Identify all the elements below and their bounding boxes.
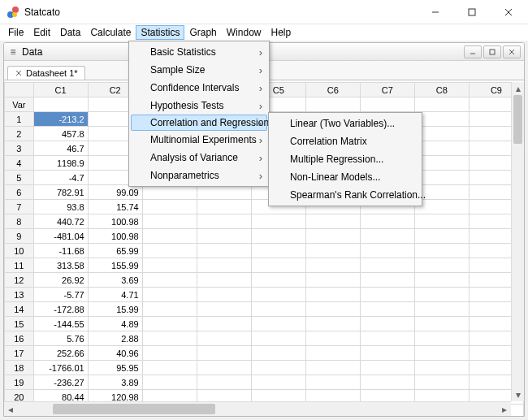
menu-window[interactable]: Window [222,25,266,40]
cell[interactable] [251,331,305,346]
menu-calculate[interactable]: Calculate [85,25,136,40]
cell[interactable] [360,361,414,375]
cell[interactable]: 3.89 [88,375,142,390]
window-maximize-button[interactable] [453,1,490,24]
cell[interactable] [197,185,251,200]
menu-edit[interactable]: Edit [28,25,55,40]
cell[interactable] [305,331,360,346]
cell[interactable] [197,302,251,317]
cell[interactable]: -213.2 [33,112,88,127]
cell[interactable] [360,288,414,302]
cell[interactable]: -5.77 [33,288,88,302]
cell[interactable] [251,229,305,244]
scroll-left-arrow-icon[interactable]: ◂ [4,402,17,416]
cell[interactable] [360,346,414,361]
cell[interactable] [414,156,469,171]
cell[interactable] [251,258,305,273]
row-header[interactable]: 5 [5,171,34,185]
cell[interactable]: -144.55 [33,317,88,331]
cell[interactable]: 15.74 [88,200,142,214]
menu-help[interactable]: Help [266,25,296,40]
row-header[interactable]: 10 [5,244,34,258]
cell[interactable] [197,229,251,244]
cell[interactable] [414,171,469,185]
cell[interactable]: 155.99 [88,258,142,273]
cell[interactable]: 100.98 [88,229,142,244]
row-header[interactable]: 19 [5,375,34,390]
cell[interactable] [251,346,305,361]
cell[interactable]: -1766.01 [33,361,88,375]
cell[interactable] [142,317,197,331]
row-header[interactable]: 4 [5,156,34,171]
datasheet-tab[interactable]: Datasheet 1* [7,66,85,80]
cell[interactable]: 440.72 [33,214,88,229]
cell[interactable] [142,331,197,346]
cell[interactable] [414,375,469,390]
cell[interactable]: 457.8 [33,127,88,141]
cell[interactable] [142,200,197,214]
cell[interactable] [305,229,360,244]
cell[interactable]: 2.88 [88,331,142,346]
cell[interactable] [251,302,305,317]
menu-item-non-linear-models-[interactable]: Non-Linear Models... [270,168,420,186]
cell[interactable]: 46.7 [33,141,88,156]
cell[interactable]: -236.27 [33,375,88,390]
cell[interactable]: 4.89 [88,317,142,331]
column-header[interactable]: C6 [305,83,360,97]
mdi-maximize-button[interactable] [483,45,501,58]
window-minimize-button[interactable] [417,1,453,24]
cell[interactable] [142,244,197,258]
cell[interactable] [360,214,414,229]
cell[interactable] [197,317,251,331]
var-row-header[interactable]: Var [5,97,34,112]
menu-item-multiple-regression-[interactable]: Multiple Regression... [270,150,420,168]
cell[interactable]: -481.04 [33,229,88,244]
cell[interactable] [305,317,360,331]
row-header[interactable]: 12 [5,273,34,288]
cell[interactable] [305,258,360,273]
cell[interactable] [414,346,469,361]
menu-item-correlation-matrix[interactable]: Correlation Matrix [270,132,420,150]
row-header[interactable]: 9 [5,229,34,244]
cell[interactable] [197,346,251,361]
cell[interactable]: 26.92 [33,273,88,288]
row-header[interactable]: 11 [5,258,34,273]
cell[interactable]: -4.7 [33,171,88,185]
row-header[interactable]: 17 [5,346,34,361]
cell[interactable] [251,317,305,331]
cell[interactable] [305,244,360,258]
menu-item-sample-size[interactable]: Sample Size [131,61,267,79]
scroll-up-arrow-icon[interactable]: ▴ [512,82,524,95]
scroll-down-arrow-icon[interactable]: ▾ [512,388,524,401]
cell[interactable]: 5.76 [33,331,88,346]
cell[interactable]: 782.91 [33,185,88,200]
mdi-close-button[interactable] [503,45,521,58]
cell[interactable] [251,361,305,375]
cell[interactable] [305,288,360,302]
cell[interactable] [414,112,469,127]
row-header[interactable]: 18 [5,361,34,375]
cell[interactable] [197,200,251,214]
cell[interactable] [305,214,360,229]
cell[interactable] [142,273,197,288]
row-header[interactable]: 13 [5,288,34,302]
menu-item-confidence-intervals[interactable]: Confidence Intervals [131,79,267,97]
cell[interactable]: -172.88 [33,302,88,317]
row-header[interactable]: 14 [5,302,34,317]
menu-graph[interactable]: Graph [184,25,221,40]
cell[interactable] [142,258,197,273]
cell[interactable] [142,361,197,375]
cell[interactable] [197,273,251,288]
cell[interactable] [360,331,414,346]
cell[interactable] [414,258,469,273]
var-cell[interactable] [360,97,414,112]
cell[interactable] [414,244,469,258]
menu-data[interactable]: Data [55,25,85,40]
cell[interactable] [360,244,414,258]
menu-item-spearman-s-rank-correlation-[interactable]: Spearman's Rank Correlation... [270,186,420,204]
cell[interactable] [414,229,469,244]
horizontal-scrollbar[interactable]: ◂ ▸ [4,401,511,416]
menu-item-nonparametrics[interactable]: Nonparametrics [131,167,267,184]
cell[interactable] [414,273,469,288]
cell[interactable] [142,214,197,229]
